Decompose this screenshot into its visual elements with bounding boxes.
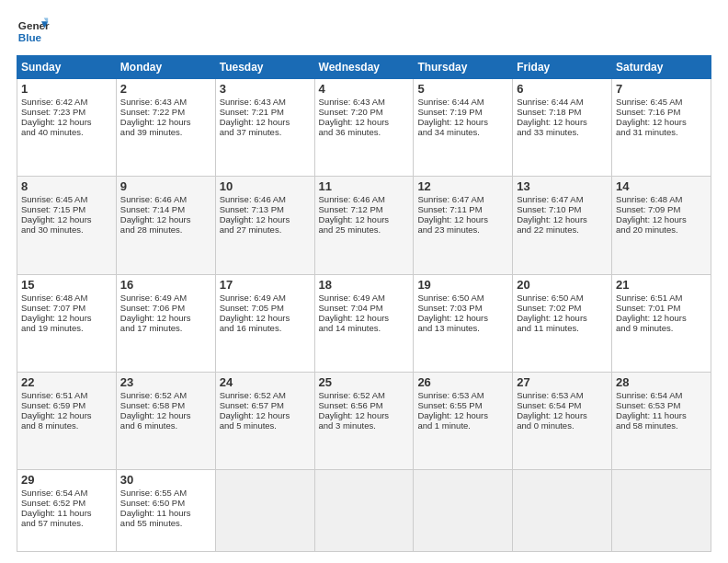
cell-text: and 6 minutes. [120,420,211,431]
cell-text: and 30 minutes. [21,224,112,235]
cell-text: Sunrise: 6:42 AM [21,97,112,107]
cell-text: Daylight: 11 hours [120,508,211,518]
cell-text: Daylight: 12 hours [120,313,211,323]
cell-text: Sunset: 7:10 PM [517,204,608,214]
cell-text: Sunset: 7:20 PM [319,107,410,117]
calendar-cell: 11Sunrise: 6:46 AMSunset: 7:12 PMDayligh… [314,177,414,274]
weekday-header-row: SundayMondayTuesdayWednesdayThursdayFrid… [17,56,711,79]
week-row-2: 8Sunrise: 6:45 AMSunset: 7:15 PMDaylight… [17,177,711,274]
day-number: 2 [120,82,211,96]
day-number: 13 [517,179,608,193]
cell-text: and 25 minutes. [319,224,410,235]
cell-text: Sunset: 7:02 PM [517,303,608,313]
calendar-cell: 4Sunrise: 6:43 AMSunset: 7:20 PMDaylight… [314,79,414,177]
day-number: 14 [616,179,707,193]
logo: General Blue [17,15,50,48]
cell-text: Sunrise: 6:52 AM [220,390,311,400]
cell-text: Daylight: 12 hours [517,313,608,323]
calendar-cell: 18Sunrise: 6:49 AMSunset: 7:04 PMDayligh… [314,274,414,372]
cell-text: Daylight: 12 hours [517,214,608,224]
cell-text: and 17 minutes. [120,323,211,333]
cell-text: and 5 minutes. [220,420,311,431]
cell-text: Sunset: 7:23 PM [21,107,112,117]
cell-text: Sunrise: 6:51 AM [21,390,112,400]
day-number: 23 [120,375,211,389]
calendar-cell: 26Sunrise: 6:53 AMSunset: 6:55 PMDayligh… [414,372,513,469]
cell-text: Daylight: 12 hours [220,313,311,323]
cell-text: Sunset: 7:09 PM [616,204,707,214]
calendar-cell: 9Sunrise: 6:46 AMSunset: 7:14 PMDaylight… [116,177,215,274]
cell-text: and 1 minute. [417,420,508,431]
cell-text: Sunrise: 6:54 AM [616,390,707,400]
cell-text: Sunset: 6:59 PM [21,400,112,410]
calendar-cell: 22Sunrise: 6:51 AMSunset: 6:59 PMDayligh… [17,372,117,469]
cell-text: Daylight: 12 hours [517,410,608,420]
day-number: 8 [21,179,112,193]
page: General Blue SundayMondayTuesdayWednesda… [0,0,728,563]
calendar-cell: 12Sunrise: 6:47 AMSunset: 7:11 PMDayligh… [414,177,513,274]
cell-text: Daylight: 12 hours [417,410,508,420]
day-number: 19 [417,278,508,292]
calendar-cell: 28Sunrise: 6:54 AMSunset: 6:53 PMDayligh… [612,372,711,469]
cell-text: Sunrise: 6:47 AM [417,194,508,204]
cell-text: Sunrise: 6:50 AM [417,293,508,303]
day-number: 22 [21,375,112,389]
cell-text: Sunset: 7:11 PM [417,204,508,214]
cell-text: and 13 minutes. [417,323,508,333]
calendar-cell: 25Sunrise: 6:52 AMSunset: 6:56 PMDayligh… [314,372,414,469]
weekday-header-wednesday: Wednesday [314,56,414,79]
cell-text: Daylight: 11 hours [21,508,112,518]
cell-text: and 31 minutes. [616,127,707,137]
cell-text: Sunrise: 6:43 AM [220,97,311,107]
cell-text: Sunset: 7:12 PM [319,204,410,214]
cell-text: and 40 minutes. [21,127,112,137]
day-number: 16 [120,278,211,292]
day-number: 9 [120,179,211,193]
cell-text: and 23 minutes. [417,224,508,235]
cell-text: Daylight: 12 hours [220,117,311,127]
calendar-cell: 6Sunrise: 6:44 AMSunset: 7:18 PMDaylight… [513,79,612,177]
cell-text: Daylight: 12 hours [319,410,410,420]
calendar-cell: 14Sunrise: 6:48 AMSunset: 7:09 PMDayligh… [612,177,711,274]
calendar-cell: 2Sunrise: 6:43 AMSunset: 7:22 PMDaylight… [116,79,215,177]
cell-text: and 22 minutes. [517,224,608,235]
cell-text: Daylight: 12 hours [616,214,707,224]
calendar-cell: 8Sunrise: 6:45 AMSunset: 7:15 PMDaylight… [17,177,117,274]
cell-text: Sunset: 7:16 PM [616,107,707,117]
cell-text: Sunset: 7:05 PM [220,303,311,313]
weekday-header-friday: Friday [513,56,612,79]
weekday-header-sunday: Sunday [17,56,117,79]
cell-text: Daylight: 12 hours [21,313,112,323]
cell-text: Daylight: 12 hours [220,214,311,224]
cell-text: and 58 minutes. [616,420,707,431]
logo-icon: General Blue [17,15,50,48]
cell-text: Sunrise: 6:48 AM [616,194,707,204]
cell-text: Sunrise: 6:52 AM [120,390,211,400]
cell-text: Sunrise: 6:44 AM [417,97,508,107]
cell-text: Sunset: 7:14 PM [120,204,211,214]
day-number: 11 [319,179,410,193]
day-number: 30 [120,473,211,487]
weekday-header-thursday: Thursday [414,56,513,79]
cell-text: Sunrise: 6:51 AM [616,293,707,303]
cell-text: Sunrise: 6:50 AM [517,293,608,303]
cell-text: Sunrise: 6:46 AM [120,194,211,204]
cell-text: Sunrise: 6:46 AM [319,194,410,204]
cell-text: Daylight: 12 hours [417,117,508,127]
day-number: 6 [517,82,608,96]
calendar-cell [314,470,414,552]
cell-text: and 27 minutes. [220,224,311,235]
cell-text: Sunset: 6:56 PM [319,400,410,410]
day-number: 4 [319,82,410,96]
day-number: 24 [220,375,311,389]
cell-text: Sunset: 6:50 PM [120,498,211,508]
cell-text: Daylight: 12 hours [319,313,410,323]
cell-text: Sunset: 6:53 PM [616,400,707,410]
cell-text: Daylight: 12 hours [319,117,410,127]
day-number: 29 [21,473,112,487]
calendar-cell: 17Sunrise: 6:49 AMSunset: 7:05 PMDayligh… [215,274,314,372]
svg-text:Blue: Blue [18,31,42,43]
cell-text: and 55 minutes. [120,518,211,528]
header: General Blue [17,15,711,48]
cell-text: Daylight: 12 hours [319,214,410,224]
